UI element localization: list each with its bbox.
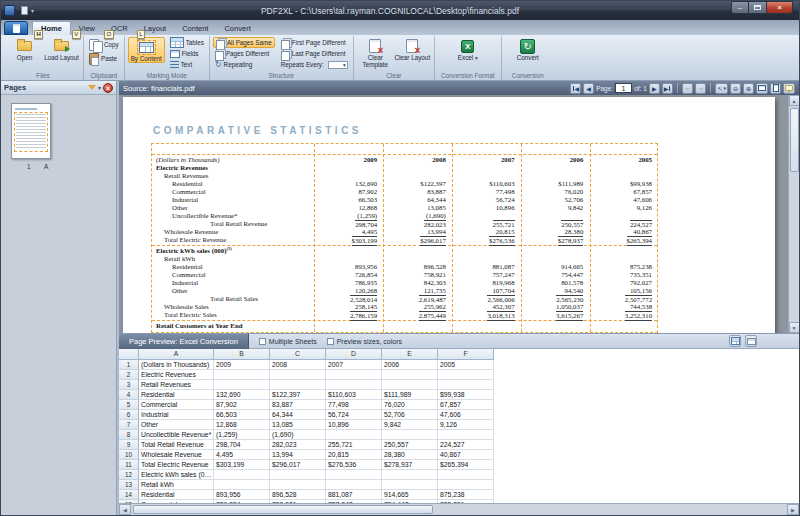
chevron-down-icon: ▾	[475, 55, 478, 61]
fields-icon	[170, 50, 180, 58]
pages-different-button[interactable]: Pages Different	[213, 48, 275, 59]
grid-cell: 77,498	[326, 400, 382, 410]
export-grid-button[interactable]	[729, 335, 741, 347]
clear-template-button[interactable]: × Clear Template	[357, 37, 394, 68]
preview-sizes-checkbox[interactable]	[327, 338, 334, 345]
open-button[interactable]: Open	[6, 37, 43, 61]
qat-dropdown-icon[interactable]: ▾	[31, 7, 34, 14]
by-content-button[interactable]: By Content	[128, 37, 165, 63]
zoom-in-button[interactable]: ⊕	[743, 83, 754, 94]
excel-format-button[interactable]: X Excel ▾	[449, 37, 486, 61]
row-header-5: 5	[119, 400, 139, 410]
fit-width-button[interactable]	[756, 83, 768, 94]
next-page-button[interactable]: ▶	[649, 83, 660, 94]
horizontal-scrollbar-thumb[interactable]	[133, 505, 433, 514]
scroll-right-button[interactable]: ▶	[787, 504, 799, 515]
grid-cell	[326, 370, 382, 380]
grid-cell: $111,989	[382, 390, 438, 400]
grid-cell: Residential	[139, 390, 214, 400]
grid-cell: 282,023	[270, 440, 326, 450]
pdf-page: COMPARATIVE STATISTICS (Dollars in Thous…	[123, 97, 775, 333]
tab-convert[interactable]: Convert	[216, 21, 258, 35]
panel-options-button[interactable]	[745, 335, 757, 347]
grid-cell	[438, 370, 494, 380]
repeating-button[interactable]: ↻ Repeating	[213, 59, 275, 70]
select-tool-button[interactable]: ↖▾	[715, 83, 728, 94]
button-label: Tables	[186, 39, 204, 46]
table-icon	[170, 37, 184, 48]
previous-view-button[interactable]: ←	[682, 83, 693, 94]
last-page-button[interactable]: ▶	[662, 83, 674, 94]
preview-tab[interactable]: Page Preview: Excel Conversion	[119, 334, 249, 349]
filter-icon[interactable]	[88, 85, 96, 90]
previous-page-button[interactable]: ◀	[583, 83, 594, 94]
tab-content[interactable]: Content	[174, 21, 216, 35]
load-layout-button[interactable]: Load Layout	[43, 37, 80, 61]
tab-layout[interactable]: LayoutL	[136, 21, 175, 35]
first-page-different-button[interactable]: First Page Different	[279, 37, 350, 48]
row-header-7: 7	[119, 420, 139, 430]
fields-button[interactable]: Fields	[168, 48, 206, 59]
app-icon	[4, 5, 15, 16]
pdf-table-row: Residential893,956896,528881,087914,6658…	[152, 263, 657, 271]
last-page-different-button[interactable]: Last Page Different	[279, 48, 350, 59]
zoom-out-button[interactable]: ⊖	[730, 83, 741, 94]
row-marker[interactable]	[152, 154, 657, 155]
clear-layout-button[interactable]: × Clear Layout	[394, 37, 431, 61]
qat-button[interactable]	[18, 5, 30, 17]
all-pages-same-button[interactable]: All Pages Same	[213, 37, 275, 48]
scroll-up-button[interactable]: ▲	[789, 95, 800, 106]
ribbon-tab-bar: HomeHViewVOCROLayoutLContentConvert	[1, 20, 799, 35]
panel-close-button[interactable]: ×	[103, 83, 113, 93]
pdf-table-row: Total Electric Sales2,786,1592,875,4493,…	[152, 311, 657, 319]
ribbon-tabs: HomeHViewVOCROLayoutLContentConvert	[32, 20, 259, 35]
button-label: Fields	[182, 50, 199, 57]
grid-cell	[438, 380, 494, 390]
grid-cell: 67,857	[438, 400, 494, 410]
button-label: Open	[17, 54, 32, 61]
minimize-button[interactable]: –	[731, 1, 749, 14]
close-button[interactable]: ×	[767, 1, 793, 14]
convert-icon: ↻	[520, 39, 535, 54]
grid-cell	[382, 470, 438, 480]
scroll-down-button[interactable]: ▼	[789, 322, 800, 333]
next-view-button[interactable]: →	[695, 83, 706, 94]
page-number-input[interactable]	[615, 83, 632, 93]
page-thumbnail[interactable]	[11, 103, 51, 159]
tab-view[interactable]: ViewV	[71, 21, 103, 35]
copy-button[interactable]: Copy	[87, 39, 121, 50]
pages-panel-header: Pages ▾ ×	[1, 81, 116, 95]
red-x-icon: ×	[414, 46, 420, 56]
paste-button[interactable]: Paste	[87, 53, 121, 64]
convert-button[interactable]: ↻ Convert	[509, 37, 546, 61]
grid-cell	[214, 380, 270, 390]
first-page-button[interactable]: ◀	[570, 83, 582, 94]
text-button[interactable]: Text	[168, 59, 206, 70]
comments-button[interactable]	[783, 83, 795, 94]
scroll-left-button[interactable]: ◀	[119, 504, 131, 515]
app-menu-button[interactable]	[4, 21, 28, 35]
horizontal-scrollbar[interactable]: ◀ ▶	[119, 503, 799, 515]
pdf-table-row: Uncollectible Revenue*(1,259)(1,690)	[152, 212, 657, 220]
marked-table-region[interactable]: (Dollars in Thousands)200920082007200620…	[151, 143, 658, 333]
tab-ocr[interactable]: OCRO	[103, 21, 136, 35]
group-label: Marking Mode	[128, 71, 206, 80]
grid-cell: $265,394	[438, 460, 494, 470]
maximize-button[interactable]	[749, 1, 767, 14]
repeats-every-dropdown[interactable]: ▾	[328, 61, 348, 69]
grid-cell: 250,557	[382, 440, 438, 450]
chevron-down-icon: ▾	[343, 63, 346, 67]
clear-template-icon: ×	[369, 39, 381, 53]
multiple-sheets-checkbox[interactable]	[259, 338, 266, 345]
button-label: Copy	[104, 41, 119, 48]
filter-caret-icon[interactable]: ▾	[98, 84, 101, 91]
fit-page-button[interactable]	[770, 83, 781, 94]
bar-icon	[669, 86, 670, 91]
grid-cell	[438, 430, 494, 440]
pdf-table-row: Electric Revenues	[152, 164, 657, 172]
vertical-scrollbar-thumb[interactable]	[790, 108, 799, 172]
tables-button[interactable]: Tables	[168, 37, 206, 48]
thumbnail-marker-box	[14, 112, 48, 152]
vertical-scrollbar[interactable]: ▲ ▼	[788, 95, 799, 333]
tab-home[interactable]: HomeH	[32, 21, 71, 35]
